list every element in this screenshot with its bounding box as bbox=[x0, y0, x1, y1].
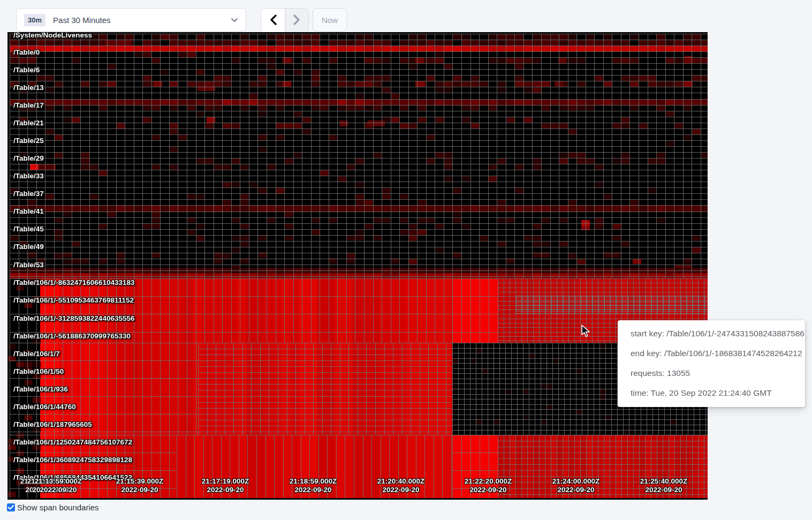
timeframe-dropdown[interactable]: 30m Past 30 Minutes bbox=[16, 8, 246, 32]
keyvis-toolbar: 30m Past 30 Minutes Now bbox=[0, 0, 812, 32]
timeframe-badge: 30m bbox=[24, 14, 45, 26]
chevron-left-icon bbox=[270, 14, 277, 27]
now-button[interactable]: Now bbox=[313, 8, 347, 32]
checkbox-checked-icon[interactable] bbox=[7, 503, 15, 511]
timeframe-label: Past 30 Minutes bbox=[53, 16, 231, 25]
chevron-down-icon bbox=[231, 18, 238, 22]
show-span-boundaries-toggle[interactable]: Show span boundaries bbox=[7, 503, 99, 512]
timeframe-nav-group bbox=[261, 8, 309, 33]
prev-timeframe-button[interactable] bbox=[261, 9, 285, 32]
next-timeframe-button[interactable] bbox=[285, 9, 308, 32]
keyvis-chart[interactable]: /System/NodeLiveness/Table/0/Table/6/Tab… bbox=[7, 32, 708, 500]
chevron-right-icon bbox=[293, 14, 300, 27]
keyvis-heatmap-canvas[interactable] bbox=[7, 32, 708, 500]
show-span-boundaries-label: Show span boundaries bbox=[17, 503, 99, 512]
